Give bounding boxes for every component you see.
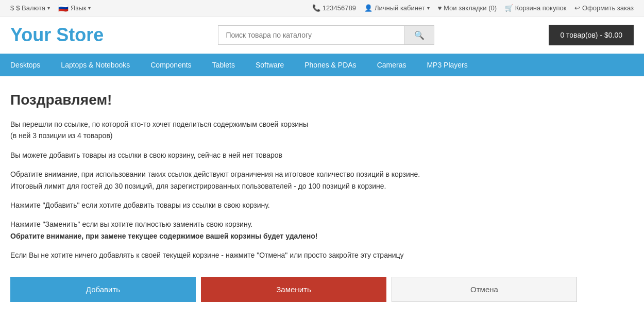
phone-number: 123456789: [323, 4, 356, 12]
main-nav: Desktops Laptops & Notebooks Components …: [0, 54, 644, 76]
dollar-icon: $: [10, 4, 14, 12]
language-dropdown[interactable]: 🇷🇺 Язык ▾: [58, 3, 91, 13]
wishlist-label: Мои закладки (0): [444, 4, 497, 12]
nav-item-cameras[interactable]: Cameras: [367, 54, 417, 76]
search-icon: 🔍: [414, 31, 425, 40]
currency-caret: ▾: [47, 5, 50, 11]
account-caret: ▾: [427, 5, 430, 11]
checkout-icon: ↩: [574, 4, 580, 12]
paragraph-1a: Вы перешли по ссылке, по которой кто-то …: [10, 120, 308, 128]
search-button[interactable]: 🔍: [404, 25, 434, 45]
heart-icon: ♥: [438, 4, 442, 12]
nav-item-mp3[interactable]: MP3 Players: [416, 54, 478, 76]
language-caret: ▾: [88, 5, 91, 11]
header: Your Store 🔍 0 товар(ов) - $0.00: [0, 16, 644, 54]
nav-item-desktops[interactable]: Desktops: [0, 54, 50, 76]
replace-button[interactable]: Заменить: [201, 277, 386, 302]
top-bar-left: $ $ Валюта ▾ 🇷🇺 Язык ▾: [10, 3, 91, 13]
checkout-link[interactable]: ↩ Оформить заказ: [574, 4, 634, 12]
paragraph-1b: (в ней 3 позиции из 4 товаров): [10, 131, 112, 140]
paragraph-5a: Нажмите "Заменить" если вы хотите полнос…: [10, 220, 252, 228]
flag-icon: 🇷🇺: [58, 3, 69, 13]
wishlist-link[interactable]: ♥ Мои закладки (0): [438, 4, 497, 12]
cart-link-label: Корзина покупок: [515, 4, 567, 12]
add-button[interactable]: Добавить: [10, 277, 196, 302]
nav-item-software[interactable]: Software: [245, 54, 294, 76]
account-label: Личный кабинет: [375, 4, 425, 12]
search-input[interactable]: [218, 25, 404, 45]
cancel-button[interactable]: Отмена: [392, 277, 577, 302]
action-buttons: Добавить Заменить Отмена: [10, 277, 634, 302]
phone-icon: 📞: [312, 4, 320, 12]
nav-item-tablets[interactable]: Tablets: [202, 54, 245, 76]
paragraph-5b: Обратите внимание, при замене текущее со…: [10, 232, 317, 240]
account-link[interactable]: 👤 Личный кабинет ▾: [364, 4, 430, 12]
top-bar: $ $ Валюта ▾ 🇷🇺 Язык ▾ 📞 123456789 👤 Лич…: [0, 0, 644, 16]
cart-icon: 🛒: [505, 4, 513, 12]
currency-label: $ Валюта: [16, 4, 45, 12]
paragraph-1: Вы перешли по ссылке, по которой кто-то …: [10, 119, 634, 142]
paragraph-6: Если Вы не хотите ничего добавлять к сво…: [10, 249, 634, 261]
top-bar-right: 📞 123456789 👤 Личный кабинет ▾ ♥ Мои зак…: [312, 4, 634, 12]
cart-link[interactable]: 🛒 Корзина покупок: [505, 4, 566, 12]
phone-link[interactable]: 📞 123456789: [312, 4, 356, 12]
currency-dropdown[interactable]: $ $ Валюта ▾: [10, 4, 50, 12]
paragraph-3: Обратите внимание, при использовании так…: [10, 169, 634, 192]
paragraph-2: Вы можете добавить товары из ссылки в св…: [10, 149, 634, 161]
nav-item-phones[interactable]: Phones & PDAs: [294, 54, 366, 76]
paragraph-5: Нажмите "Заменить" если вы хотите полнос…: [10, 219, 634, 242]
paragraph-3a: Обратите внимание, при использовании так…: [10, 170, 420, 178]
nav-item-components[interactable]: Components: [140, 54, 201, 76]
nav-item-laptops[interactable]: Laptops & Notebooks: [50, 54, 140, 76]
page-title: Поздравляем!: [10, 92, 634, 108]
cart-button[interactable]: 0 товар(ов) - $0.00: [549, 25, 634, 45]
main-content: Поздравляем! Вы перешли по ссылке, по ко…: [0, 76, 644, 323]
paragraph-4: Нажмите "Добавить" если хотите добавить …: [10, 199, 634, 211]
store-name[interactable]: Your Store: [10, 24, 104, 46]
paragraph-3b: Итоговый лимит для гостей до 30 позиций,…: [10, 182, 386, 190]
search-area: 🔍: [218, 25, 434, 45]
checkout-label: Оформить заказ: [582, 4, 634, 12]
language-label: Язык: [71, 4, 86, 12]
account-icon: 👤: [364, 4, 372, 12]
